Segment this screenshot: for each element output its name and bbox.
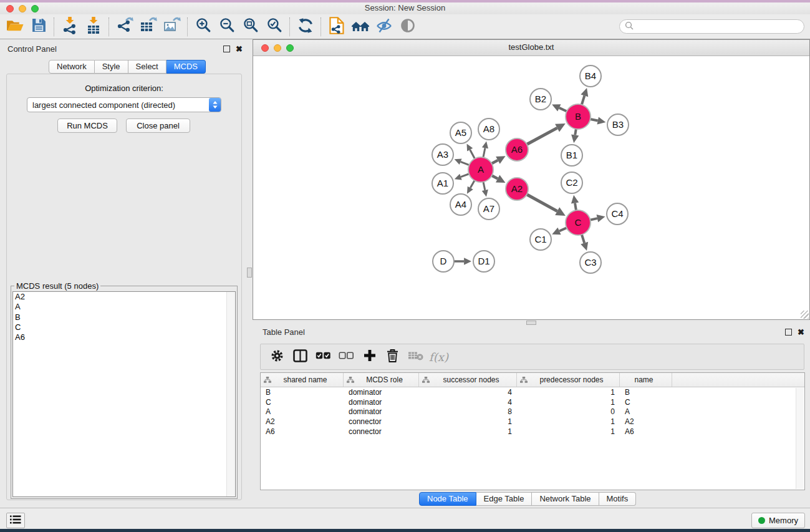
window-resize-grip[interactable]: [801, 311, 809, 319]
graph-node-A3[interactable]: A3: [432, 144, 453, 165]
graph-node-B[interactable]: B: [566, 104, 591, 129]
graph-edge-B-B1[interactable]: [575, 129, 576, 135]
horizontal-splitter-handle[interactable]: [526, 321, 536, 325]
criterion-dropdown[interactable]: largest connected component (directed): [27, 97, 221, 112]
graph-edge-C-C3[interactable]: [582, 235, 584, 243]
table-cell[interactable]: connector: [344, 417, 419, 426]
graph-edge-A6-B[interactable]: [527, 128, 557, 144]
graph-edge-C-C2[interactable]: [575, 203, 576, 211]
network-canvas[interactable]: AA1A2A3A4A5A6A7A8BB1B2B3B4CC1C2C3C4DD1: [253, 56, 809, 319]
table-cell[interactable]: A6: [261, 427, 344, 436]
table-cell[interactable]: 4: [419, 398, 517, 407]
graph-node-C2[interactable]: C2: [561, 172, 582, 193]
mcds-result-list[interactable]: A2ABCA6: [12, 291, 236, 497]
table-cell[interactable]: dominator: [344, 388, 419, 397]
table-row[interactable]: Adominator80A: [261, 407, 804, 417]
graph-edge-A-A3[interactable]: [461, 162, 470, 165]
graph-edge-A2-C[interactable]: [527, 195, 557, 211]
table-cell[interactable]: 1: [517, 388, 620, 397]
graph-edge-B-B3[interactable]: [591, 119, 598, 120]
tab-motifs[interactable]: Motifs: [599, 492, 637, 506]
task-history-button[interactable]: [6, 513, 25, 528]
first-neighbors-button[interactable]: [349, 16, 372, 38]
table-cell[interactable]: A6: [620, 427, 672, 436]
graph-node-A6[interactable]: A6: [506, 138, 528, 161]
deselect-all-button[interactable]: [335, 346, 358, 367]
table-cell[interactable]: 1: [419, 427, 517, 436]
tab-style[interactable]: Style: [95, 60, 128, 74]
delete-column-button[interactable]: [381, 346, 404, 367]
graph-node-B4[interactable]: B4: [580, 65, 601, 87]
graph-node-A[interactable]: A: [468, 157, 493, 182]
close-panel-icon[interactable]: ✖: [236, 46, 243, 52]
graph-node-A2[interactable]: A2: [506, 178, 528, 200]
table-scrollbar[interactable]: [796, 388, 804, 489]
table-cell[interactable]: 8: [419, 407, 517, 416]
column-header-successor-nodes[interactable]: successor nodes: [419, 373, 517, 387]
mcds-result-item[interactable]: A6: [13, 332, 235, 342]
mcds-result-item[interactable]: B: [13, 312, 235, 322]
graph-edge-A-A1[interactable]: [461, 174, 469, 177]
export-image-button[interactable]: [160, 16, 184, 38]
network-file-button[interactable]: [325, 16, 349, 38]
graph-edge-A-A7[interactable]: [483, 182, 485, 190]
table-cell[interactable]: 4: [419, 388, 517, 397]
graph-node-D1[interactable]: D1: [473, 251, 494, 272]
table-row[interactable]: A6connector11A6: [261, 427, 804, 437]
vertical-splitter-handle[interactable]: [247, 268, 252, 278]
table-cell[interactable]: 0: [517, 407, 620, 416]
table-row[interactable]: Bdominator41B: [261, 387, 804, 397]
table-cell[interactable]: A: [261, 407, 344, 416]
zoom-selected-button[interactable]: [263, 16, 286, 38]
table-cell[interactable]: C: [261, 398, 344, 407]
tab-network-table[interactable]: Network Table: [532, 492, 599, 506]
column-header-name[interactable]: name: [620, 373, 672, 387]
table-cell[interactable]: 1: [419, 417, 517, 426]
graph-node-B1[interactable]: B1: [561, 145, 582, 166]
close-panel-button[interactable]: Close panel: [126, 118, 190, 133]
table-cell[interactable]: B: [261, 388, 344, 397]
graph-node-C4[interactable]: C4: [607, 203, 628, 225]
gear-button[interactable]: [266, 346, 289, 367]
graph-node-A7[interactable]: A7: [478, 198, 499, 220]
zoom-out-button[interactable]: [215, 16, 239, 38]
tab-network[interactable]: Network: [49, 60, 95, 74]
graph-edge-A-A5[interactable]: [470, 150, 475, 158]
split-view-button[interactable]: [289, 346, 312, 367]
import-network-button[interactable]: [58, 16, 82, 38]
float-panel-icon[interactable]: [223, 46, 230, 52]
table-cell[interactable]: 1: [517, 417, 620, 426]
graph-edge-C-C1[interactable]: [559, 228, 567, 231]
export-table-button[interactable]: [137, 16, 160, 38]
save-button[interactable]: [27, 16, 51, 38]
graph-node-C3[interactable]: C3: [580, 252, 601, 273]
export-network-button[interactable]: [113, 16, 137, 38]
graph-edge-A-A8[interactable]: [483, 148, 485, 157]
mcds-list-scrollbar[interactable]: [226, 292, 235, 496]
column-header-predecessor-nodes[interactable]: predecessor nodes: [517, 373, 620, 387]
mcds-result-item[interactable]: C: [13, 322, 235, 332]
table-cell[interactable]: C: [620, 398, 672, 407]
show-all-button[interactable]: [396, 16, 420, 38]
graph-edge-A-A6[interactable]: [492, 160, 498, 163]
graph-edge-C-C4[interactable]: [591, 218, 597, 220]
run-mcds-button[interactable]: Run MCDS: [57, 118, 117, 133]
graph-edge-B-B2[interactable]: [559, 108, 567, 112]
delete-table-button[interactable]: [404, 346, 427, 367]
open-folder-button[interactable]: [3, 16, 27, 38]
graph-node-C1[interactable]: C1: [530, 229, 551, 250]
tab-mcds[interactable]: MCDS: [166, 60, 206, 74]
import-table-button[interactable]: [82, 16, 105, 38]
zoom-fit-button[interactable]: [239, 16, 263, 38]
graph-edge-B-B4[interactable]: [582, 95, 584, 104]
column-header-MCDS-role[interactable]: MCDS role: [344, 373, 419, 387]
column-header-shared-name[interactable]: shared name: [261, 373, 344, 387]
table-cell[interactable]: 1: [517, 427, 620, 436]
graph-edge-A-A2[interactable]: [492, 175, 498, 178]
table-cell[interactable]: dominator: [344, 407, 419, 416]
table-cell[interactable]: connector: [344, 427, 419, 436]
graph-node-D[interactable]: D: [433, 251, 454, 272]
tab-node-table[interactable]: Node Table: [419, 492, 476, 506]
table-cell[interactable]: A: [620, 407, 672, 416]
tab-select[interactable]: Select: [128, 60, 166, 74]
